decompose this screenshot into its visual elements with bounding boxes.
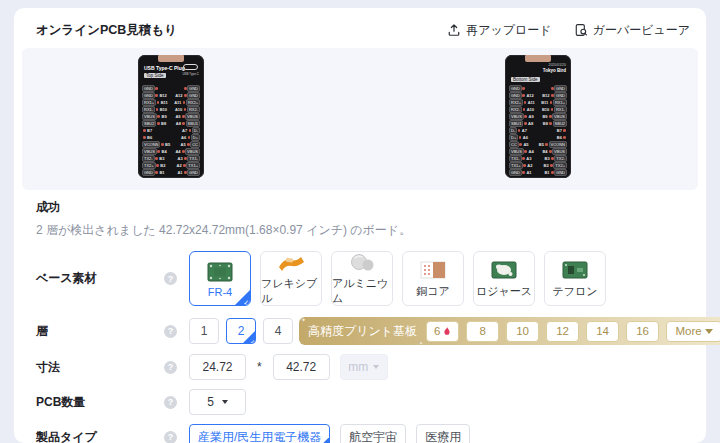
chevron-down-icon (373, 365, 379, 369)
row-dimensions: 寸法 * mm (36, 354, 698, 380)
pcb-pin-row: VBUSB4A4VBUS (140, 148, 202, 155)
copper-core-icon (418, 258, 448, 282)
board-side-label: Bottom Side (511, 77, 540, 82)
row-product-type: 製品タイプ 産業用/民生用電子機器 航空宇宙 医療用 (36, 424, 698, 443)
dimension-unit-value: mm (348, 360, 368, 374)
pcb-pin-row: GNDB1A1GND (140, 169, 202, 176)
dimension-unit-select[interactable]: mm (340, 354, 388, 380)
layer-option-16[interactable]: 16 (626, 321, 659, 342)
reupload-label: 再アップロード (466, 22, 551, 39)
material-label: フレキシブル (261, 276, 321, 306)
layer-option-1[interactable]: 1 (189, 318, 219, 344)
help-icon[interactable] (164, 396, 177, 409)
layer-option-label: 8 (479, 325, 485, 337)
fr4-pcb-icon (205, 260, 235, 284)
board-side-label: Top Side (144, 73, 166, 78)
layer-option-label: 14 (596, 325, 609, 337)
material-option-aluminum[interactable]: アルミニウム (331, 251, 393, 306)
hdi-badge: 高精度プリント基板 (308, 323, 419, 340)
layer-option-12[interactable]: 12 (546, 321, 579, 342)
material-option-flex[interactable]: フレキシブル (260, 251, 322, 306)
help-icon[interactable] (164, 325, 177, 338)
pcb-pin-row: TX2-B3A3TX1- (140, 155, 202, 162)
layer-option-label: 10 (516, 325, 529, 337)
pcb-connector-tab (158, 55, 184, 62)
pcb-pin-row: CCA5B5VCONN (507, 141, 569, 148)
material-label: テフロン (552, 284, 597, 299)
material-option-copper-core[interactable]: 銅コア (402, 251, 464, 306)
pcb-pin-row: VBUSA4B4VBUS (507, 148, 569, 155)
material-option-rogers[interactable]: ロジャース (473, 251, 535, 306)
field-label-quantity: PCB数量 (36, 394, 164, 411)
product-type-label: 航空宇宙 (349, 429, 397, 443)
usbc-connector-label: USB Type-C (182, 72, 199, 76)
layers-more-button[interactable]: More (666, 321, 720, 342)
material-label: 銅コア (416, 284, 450, 299)
status-detail: 2 層が検出されました 42.72x24.72mm(1.68×0.97 インチ)… (36, 222, 684, 239)
product-type-aerospace[interactable]: 航空宇宙 (340, 424, 406, 443)
page-header: オンラインPCB見積もり 再アップロード ガーバービューア (22, 8, 698, 48)
gerber-viewer-button[interactable]: ガーバービューア (574, 22, 690, 39)
field-label-product-type: 製品タイプ (36, 429, 164, 443)
pcb-pin-row: VBUSA9B9VBUS (507, 113, 569, 120)
pcb-pin-row: B7A7D- (140, 127, 202, 134)
field-label-layers: 層 (36, 323, 164, 340)
pcb-pin-row: SBU2B8A8SBU1 (140, 120, 202, 127)
quantity-select[interactable]: 5 (189, 389, 246, 415)
pcb-pin-row: RX2+A11B11RX1+ (507, 99, 569, 106)
pcb-pin-row: GNDGND (507, 85, 569, 92)
reupload-button[interactable]: 再アップロード (447, 22, 551, 39)
pcb-quote-card: オンラインPCB見積もり 再アップロード ガーバービューア USB Type-C… (14, 8, 706, 443)
product-type-industrial-consumer[interactable]: 産業用/民生用電子機器 (189, 424, 330, 443)
pcb-preview-strip: USB Type-C Plug Top Side USB Type-C GNDG… (22, 48, 698, 190)
pcb-pin-row: GNDB12A12GND (140, 92, 202, 99)
help-icon[interactable] (164, 361, 177, 374)
layer-option-label: 12 (556, 325, 569, 337)
pcb-pin-row: RX2-A10B10RX1- (507, 106, 569, 113)
layer-option-10[interactable]: 10 (506, 321, 539, 342)
hdi-layer-group: 高精度プリント基板 6 8 10 12 14 16 More (299, 317, 720, 345)
material-label: FR-4 (208, 286, 232, 298)
quantity-value: 5 (207, 395, 214, 409)
more-label: More (676, 325, 702, 337)
product-type-medical[interactable]: 医療用 (416, 424, 470, 443)
page-title: オンラインPCB見積もり (36, 22, 177, 39)
row-base-material: ベース素材 FR-4 フレキシブル (36, 251, 698, 306)
layer-option-6[interactable]: 6 (426, 321, 459, 342)
teflon-pcb-icon (560, 258, 590, 282)
pcb-pin-row: GNDA1B1GND (507, 169, 569, 176)
layer-option-2[interactable]: 2 (226, 318, 256, 344)
status-title: 成功 (36, 199, 684, 216)
chevron-down-icon (222, 400, 228, 404)
header-actions: 再アップロード ガーバービューア (447, 22, 690, 39)
gerber-viewer-icon (574, 23, 588, 37)
layer-option-8[interactable]: 8 (466, 321, 499, 342)
help-icon[interactable] (164, 431, 177, 443)
pcb-pin-row: TX1+A2B2TX2+ (507, 162, 569, 169)
help-icon[interactable] (164, 272, 177, 285)
pcb-pin-row: VBUSB9A9VBUS (140, 113, 202, 120)
layer-option-4[interactable]: 4 (263, 318, 293, 344)
material-label: アルミニウム (332, 276, 392, 306)
pcb-pin-row: VCONNB5A5CC (140, 141, 202, 148)
dimension-height-input[interactable] (273, 354, 330, 380)
material-option-fr4[interactable]: FR-4 (189, 251, 251, 306)
field-label-base-material: ベース素材 (36, 270, 164, 287)
selected-check-icon (243, 331, 255, 343)
pcb-top-side-image: USB Type-C Plug Top Side USB Type-C GNDG… (138, 55, 204, 178)
rogers-pcb-icon (489, 258, 519, 282)
dimension-width-input[interactable] (189, 354, 246, 380)
layer-option-label: 6 (434, 325, 440, 337)
pcb-pin-row: D-A7B7 (507, 127, 569, 134)
board-title: USB Type-C Plug (144, 65, 185, 71)
gerber-viewer-label: ガーバービューア (593, 22, 690, 39)
pcb-pin-row: RX1+B11A11RX2+ (140, 99, 202, 106)
board-brand: Tokyo Bird (543, 68, 566, 73)
board-date: 2020/01/20 (548, 63, 566, 67)
pcb-pin-row: D+A6B6 (507, 134, 569, 141)
pcb-pin-row: SBU1A8B8SBU2 (507, 120, 569, 127)
layer-option-14[interactable]: 14 (586, 321, 619, 342)
pcb-pin-row: GNDGND (140, 85, 202, 92)
pcb-pin-row: B6A6D+ (140, 134, 202, 141)
material-option-teflon[interactable]: テフロン (544, 251, 606, 306)
